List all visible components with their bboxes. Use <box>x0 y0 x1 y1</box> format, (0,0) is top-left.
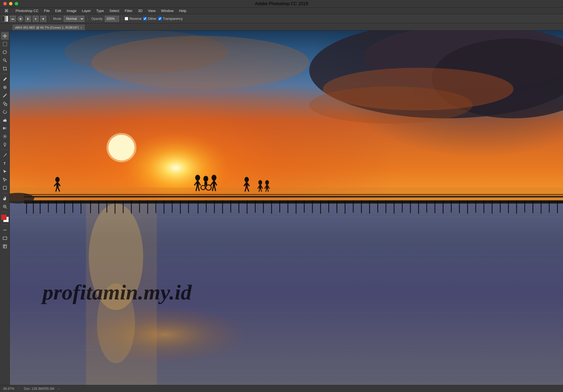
color-swatches[interactable] <box>1 215 9 222</box>
canvas-area[interactable]: profitamin.my.id <box>10 30 563 392</box>
transparency-label: Transparency <box>163 17 183 21</box>
tool-clone[interactable] <box>1 100 9 108</box>
tool-eyedropper[interactable] <box>1 75 9 83</box>
transparency-checkbox[interactable] <box>158 17 162 20</box>
sunset-background <box>10 30 563 392</box>
tool-dodge[interactable] <box>1 141 9 148</box>
menu-image[interactable]: Image <box>65 8 79 13</box>
tool-sep-2 <box>2 150 8 150</box>
status-arrow[interactable]: › <box>59 387 60 391</box>
canvas-wrapper: profitamin.my.id <box>10 30 563 392</box>
svg-point-1 <box>3 59 5 61</box>
tool-crop[interactable] <box>1 65 9 72</box>
menu-bar: ⌘ Photoshop CC File Edit Image Layer Typ… <box>0 8 563 14</box>
tab-bar: d864-391.NEF @ 66.7% (Curves 1, RGB/16*)… <box>0 23 563 30</box>
tool-art-mode[interactable] <box>1 243 9 250</box>
menu-window[interactable]: Window <box>159 8 176 13</box>
maximize-button[interactable] <box>15 2 18 5</box>
close-button[interactable] <box>3 2 7 5</box>
dither-checkbox[interactable] <box>143 17 147 20</box>
tool-pen[interactable] <box>1 151 9 159</box>
svg-point-14 <box>4 230 5 231</box>
gradient-type-radial[interactable]: ◉ <box>17 16 23 22</box>
title-bar: Adobe Photoshop CC 2019 <box>0 0 563 8</box>
tool-sep-1 <box>2 74 8 74</box>
main-area: T <box>0 30 563 392</box>
menu-edit[interactable]: Edit <box>53 8 63 13</box>
menu-type[interactable]: Type <box>94 8 106 13</box>
svg-rect-6 <box>3 127 7 129</box>
canvas-image: profitamin.my.id <box>10 30 563 392</box>
tool-gradient[interactable] <box>1 124 9 132</box>
tool-lasso[interactable] <box>1 48 9 56</box>
tab-close-button[interactable]: × <box>80 26 82 29</box>
tool-shape[interactable] <box>1 184 9 192</box>
divider-1 <box>49 16 49 22</box>
tool-move[interactable] <box>1 32 9 40</box>
divider-2 <box>87 16 87 22</box>
divider-3 <box>122 16 122 22</box>
options-bar: ▬ ◉ ◧ ◈ ◆ Mode: Normal Dissolve Multiply… <box>0 14 563 23</box>
menu-filter[interactable]: Filter <box>123 8 135 13</box>
reverse-label: Reverse <box>129 17 142 21</box>
menu-help[interactable]: Help <box>177 8 189 13</box>
window-title: Adobe Photoshop CC 2019 <box>255 1 308 6</box>
svg-rect-16 <box>3 237 7 240</box>
foreground-color[interactable] <box>1 215 7 220</box>
gradient-type-diamond[interactable]: ◆ <box>40 16 46 22</box>
menu-photoshop[interactable]: Photoshop CC <box>13 8 41 13</box>
transparency-group: Transparency <box>158 17 183 21</box>
document-tab[interactable]: d864-391.NEF @ 66.7% (Curves 1, RGB/16*)… <box>12 24 85 30</box>
tab-title: d864-391.NEF @ 66.7% (Curves 1, RGB/16*) <box>15 26 79 29</box>
dither-group: Dither <box>143 17 157 21</box>
tool-mode[interactable] <box>1 234 9 242</box>
svg-point-3 <box>3 102 5 104</box>
tool-healing[interactable] <box>1 84 9 91</box>
svg-rect-11 <box>3 186 7 189</box>
svg-point-13 <box>3 230 4 231</box>
mode-select[interactable]: Normal Dissolve Multiply Screen <box>64 16 84 22</box>
tool-sep-3 <box>2 193 8 193</box>
tool-text[interactable]: T <box>1 160 9 167</box>
tool-quick-select[interactable] <box>1 57 9 64</box>
traffic-lights[interactable] <box>3 2 18 5</box>
zoom-level: 66.67% <box>3 387 14 391</box>
svg-rect-17 <box>3 245 7 248</box>
gradient-preset-linear[interactable] <box>2 16 8 22</box>
tool-path-select[interactable] <box>1 168 9 175</box>
opacity-label: Opacity: <box>91 17 103 21</box>
gradient-type-angle[interactable]: ◧ <box>25 16 31 22</box>
status-separator-1: | <box>19 387 20 391</box>
menu-3d[interactable]: 3D <box>136 8 145 13</box>
svg-rect-5 <box>3 120 7 122</box>
menu-file[interactable]: File <box>42 8 52 13</box>
tool-history-brush[interactable] <box>1 108 9 116</box>
tool-direct-select[interactable] <box>1 176 9 183</box>
apple-menu[interactable]: ⌘ <box>2 8 11 14</box>
tool-eraser[interactable] <box>1 116 9 124</box>
svg-point-15 <box>5 230 6 231</box>
doc-info: Doc: 139.3M/555.0M <box>24 387 54 391</box>
tool-blur[interactable] <box>1 133 9 140</box>
svg-rect-0 <box>3 42 7 46</box>
svg-point-8 <box>4 136 6 137</box>
tool-brush[interactable] <box>1 92 9 99</box>
toolbar: T <box>0 30 10 392</box>
tool-sep-5 <box>2 225 8 225</box>
tool-sep-4 <box>2 212 8 212</box>
menu-view[interactable]: View <box>146 8 158 13</box>
svg-point-9 <box>4 143 6 145</box>
reverse-checkbox[interactable] <box>125 17 128 20</box>
opacity-input[interactable] <box>105 16 119 22</box>
tool-zoom[interactable] <box>1 203 9 210</box>
reverse-group: Reverse <box>125 17 142 21</box>
tool-marquee[interactable] <box>1 40 9 48</box>
menu-layer[interactable]: Layer <box>80 8 93 13</box>
gradient-type-linear[interactable]: ▬ <box>10 16 16 22</box>
minimize-button[interactable] <box>9 2 13 5</box>
dither-label: Dither <box>148 17 157 21</box>
tool-extra[interactable] <box>1 226 9 234</box>
menu-select[interactable]: Select <box>107 8 121 13</box>
gradient-type-reflected[interactable]: ◈ <box>33 16 39 22</box>
tool-hand[interactable] <box>1 195 9 202</box>
